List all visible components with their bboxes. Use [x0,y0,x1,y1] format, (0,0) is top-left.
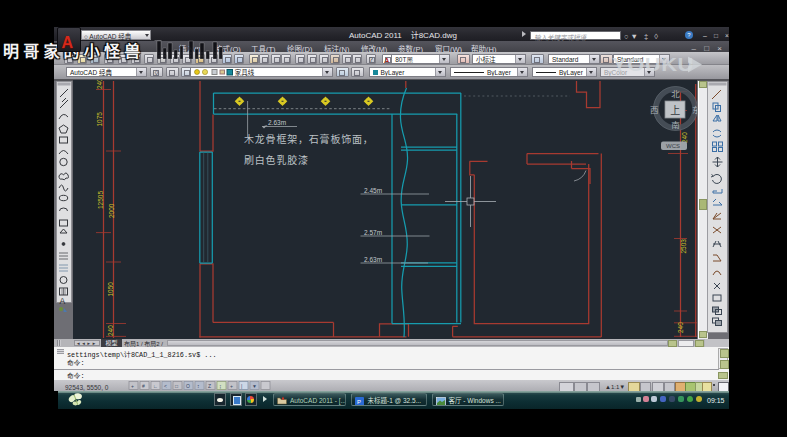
svg-text:240: 240 [679,132,689,143]
svg-text:北: 北 [671,87,680,99]
svg-text:240: 240 [94,80,104,89]
svg-text:▼: ▼ [252,383,257,389]
svg-text:1075: 1075 [94,112,104,127]
svg-text:2.45m: 2.45m [364,185,382,195]
svg-text:2000: 2000 [106,203,116,218]
svg-text:Z: Z [208,383,211,389]
svg-text:2.63m: 2.63m [364,254,382,264]
svg-text:O: O [186,383,190,389]
svg-text:刷白色乳胶漆: 刷白色乳胶漆 [244,152,309,167]
svg-text:12505: 12505 [95,191,105,209]
svg-text:↨: ↨ [219,383,222,389]
svg-text:西: 西 [650,103,659,115]
svg-text:上: 上 [670,102,680,117]
svg-text:木龙骨框架，石膏板饰面，: 木龙骨框架，石膏板饰面， [244,131,374,146]
svg-text:2.57m: 2.57m [364,227,382,237]
svg-text:□: □ [175,383,178,389]
svg-text:<: < [164,383,167,389]
svg-text:∟: ∟ [153,383,158,389]
svg-text:2.63m: 2.63m [268,117,286,127]
svg-text:#: # [142,383,145,389]
svg-text:南: 南 [671,118,680,130]
svg-text:|: | [241,383,242,389]
svg-text:2503: 2503 [678,239,688,254]
svg-text:WCS: WCS [666,141,680,150]
svg-text:东: 东 [692,103,697,115]
svg-text:1050: 1050 [105,282,115,297]
svg-text:↕: ↕ [197,383,200,389]
svg-text:240: 240 [675,322,685,333]
svg-text:+: + [131,383,134,389]
svg-text:240: 240 [105,325,115,336]
svg-text:A: A [60,294,66,306]
svg-text:+: + [230,383,233,389]
